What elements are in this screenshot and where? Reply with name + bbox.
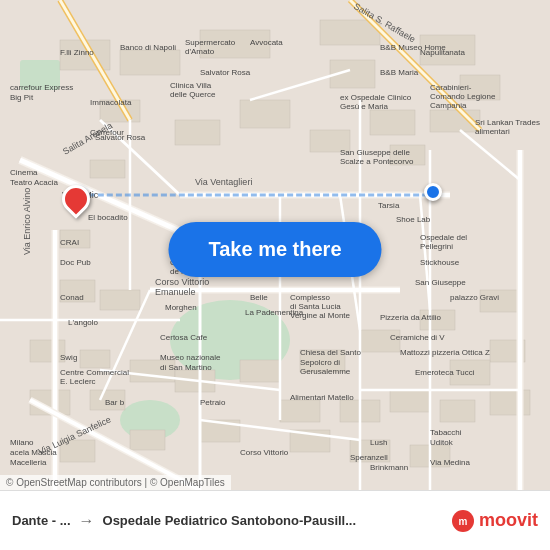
svg-text:Emanuele: Emanuele [155,287,196,297]
svg-text:Cinema: Cinema [10,168,38,177]
destination-label: Ospedale Pediatrico Santobono-Pausill... [103,513,357,528]
svg-text:Uditok: Uditok [430,438,454,447]
svg-text:m: m [459,516,468,527]
svg-text:Gesù e Maria: Gesù e Maria [340,102,389,111]
svg-rect-24 [240,360,280,382]
svg-text:Swig: Swig [60,353,77,362]
svg-rect-19 [80,350,110,368]
svg-text:Milano: Milano [10,438,34,447]
svg-text:Clinica Villa: Clinica Villa [170,81,212,90]
svg-text:d'Amato: d'Amato [185,47,215,56]
svg-text:B&B Maria: B&B Maria [380,68,419,77]
map-attribution: © OpenStreetMap contributors | © OpenMap… [0,475,231,490]
svg-rect-33 [390,390,430,412]
svg-text:Campania: Campania [430,101,467,110]
svg-text:acela Mascia: acela Mascia [10,448,57,457]
svg-text:Doc Pub: Doc Pub [60,258,91,267]
svg-text:Stickhouse: Stickhouse [420,258,460,267]
svg-text:Vergine al Monte: Vergine al Monte [290,311,351,320]
svg-rect-35 [280,400,320,422]
svg-text:Bar b: Bar b [105,398,125,407]
svg-text:Alimentari Matello: Alimentari Matello [290,393,354,402]
svg-text:delle Querce: delle Querce [170,90,216,99]
origin-label: Dante - ... [12,513,71,528]
destination-marker [424,183,442,201]
svg-text:Chiesa del Santo: Chiesa del Santo [300,348,361,357]
svg-text:Comando Legione: Comando Legione [430,92,496,101]
svg-text:Conad: Conad [60,293,84,302]
svg-text:El bocadito: El bocadito [88,213,128,222]
svg-text:Tarsia: Tarsia [378,201,400,210]
svg-text:Salvator Rosa: Salvator Rosa [95,133,146,142]
svg-rect-14 [90,160,125,178]
svg-text:Macelleria: Macelleria [10,458,47,467]
svg-text:Scalze a Pontecorvo: Scalze a Pontecorvo [340,157,414,166]
svg-text:Napulitanata: Napulitanata [420,48,465,57]
svg-text:Banco di Napoli: Banco di Napoli [120,43,176,52]
svg-text:Corso Vittorio: Corso Vittorio [155,277,209,287]
svg-rect-37 [130,430,165,450]
svg-text:palazzo Gravi: palazzo Gravi [450,293,499,302]
svg-text:Petraio: Petraio [200,398,226,407]
svg-text:Teatro Acacia: Teatro Acacia [10,178,59,187]
svg-text:ex Ospedale Clinico: ex Ospedale Clinico [340,93,412,102]
svg-text:Tabacchi: Tabacchi [430,428,462,437]
direction-arrow-icon: → [79,512,95,530]
svg-text:Avvocata: Avvocata [250,38,283,47]
moovit-icon: m [451,509,475,533]
svg-text:Immacolata: Immacolata [90,98,132,107]
svg-text:Sepolcro di: Sepolcro di [300,358,340,367]
svg-text:CRAI: CRAI [60,238,79,247]
svg-text:E. Leclerc: E. Leclerc [60,377,96,386]
svg-rect-17 [100,290,140,310]
svg-text:Speranzell: Speranzell [350,453,388,462]
svg-rect-45 [370,110,415,135]
svg-text:Carabinieri-: Carabinieri- [430,83,472,92]
svg-text:Via Enrico Alvino: Via Enrico Alvino [22,188,32,255]
svg-text:F.lli Zinno: F.lli Zinno [60,48,94,57]
svg-rect-32 [440,400,475,422]
svg-text:San Giuseppe: San Giuseppe [415,278,466,287]
svg-text:Certosa Cafe: Certosa Cafe [160,333,208,342]
svg-text:alimentari: alimentari [475,127,510,136]
svg-text:Ospedale del: Ospedale del [420,233,467,242]
svg-text:di San Martino: di San Martino [160,363,212,372]
svg-text:Lush: Lush [370,438,387,447]
svg-text:Ceramiche di V: Ceramiche di V [390,333,445,342]
svg-text:Via Medina: Via Medina [430,458,470,467]
svg-text:Centre Commercial: Centre Commercial [60,368,129,377]
svg-text:Museo nazionale: Museo nazionale [160,353,221,362]
svg-text:L'angolo: L'angolo [68,318,99,327]
svg-text:Corso Vittorio: Corso Vittorio [240,448,289,457]
svg-rect-42 [175,120,220,145]
svg-text:Sri Lankan Trades: Sri Lankan Trades [475,118,540,127]
moovit-brand-text: moovit [479,510,538,531]
svg-rect-5 [120,50,180,75]
svg-text:Salvator Rosa: Salvator Rosa [200,68,251,77]
svg-text:Via Ventaglieri: Via Ventaglieri [195,177,252,187]
svg-text:Big Pit: Big Pit [10,93,34,102]
svg-text:Gerusalemme: Gerusalemme [300,367,351,376]
map-container: Salita Arenela Via Enrico Alvino Viale M… [0,0,550,490]
svg-text:San Giuseppe delle: San Giuseppe delle [340,148,410,157]
svg-text:Complesso: Complesso [290,293,331,302]
svg-text:Emeroteca Tucci: Emeroteca Tucci [415,368,475,377]
bottom-bar: Dante - ... → Ospedale Pediatrico Santob… [0,490,550,550]
svg-rect-31 [490,390,530,415]
svg-text:Supermercato: Supermercato [185,38,236,47]
svg-text:Morghen: Morghen [165,303,197,312]
svg-text:Brinkmann: Brinkmann [370,463,408,472]
svg-text:di Santa Lucia: di Santa Lucia [290,302,341,311]
svg-text:Pizzeria da Attilio: Pizzeria da Attilio [380,313,441,322]
marker-pin [56,179,96,219]
svg-text:Belle: Belle [250,293,268,302]
svg-rect-43 [240,100,290,128]
svg-text:Shoe Lab: Shoe Lab [396,215,431,224]
map-marker [62,185,90,213]
svg-text:Pellegrini: Pellegrini [420,242,453,251]
svg-text:Mattozzi pizzeria  Ottica Z: Mattozzi pizzeria Ottica Z [400,348,490,357]
moovit-logo: m moovit [451,509,538,533]
svg-text:carrefour Express: carrefour Express [10,83,73,92]
take-me-there-button[interactable]: Take me there [168,222,381,277]
